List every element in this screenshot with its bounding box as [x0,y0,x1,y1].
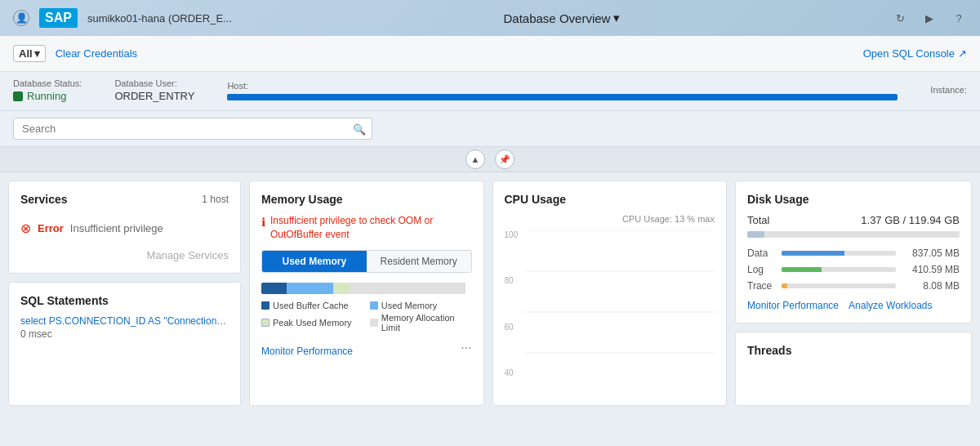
connection-label: sumikko01-hana (ORDER_E... [87,12,232,25]
open-sql-console-link[interactable]: Open SQL Console ↗ [863,47,967,60]
pin-button[interactable]: 📌 [495,149,514,169]
error-label: Error [38,222,64,234]
disk-total-row: Total 1.37 GB / 119.94 GB [747,214,960,226]
disk-log-bar [782,267,896,272]
cpu-usage-label: CPU Usage: 13 % max [505,214,715,224]
disk-total-value: 1.37 GB / 119.94 GB [861,214,960,226]
mid-column: Memory Usage ℹ Insufficient privilege to… [249,181,727,406]
cpu-y-40: 40 [505,368,519,377]
disk-total-label: Total [747,214,769,226]
db-status-item: Database Status: Running [13,78,82,102]
host-label: Host: [227,81,898,91]
memory-footer: Monitor Performance ··· [261,339,472,357]
threads-header: Threads [747,344,960,357]
warning-icon: ℹ [261,215,265,231]
db-status-label: Database Status: [13,78,82,88]
memory-title: Memory Usage [261,193,343,206]
cpu-svg [525,230,715,394]
disk-analyze-link[interactable]: Analyze Workloads [849,300,933,311]
disk-log-row: Log 410.59 MB [747,264,960,275]
disk-data-bar [782,251,896,256]
db-status-value: Running [13,90,82,102]
memory-tabs: Used Memory Resident Memory [261,250,472,273]
used-segment [287,283,333,294]
instance-label: Instance: [930,85,967,95]
help-icon[interactable]: ? [951,10,967,26]
search-icon: 🔍 [353,123,366,135]
memory-card: Memory Usage ℹ Insufficient privilege to… [249,181,484,406]
disk-log-value: 410.59 MB [901,264,960,275]
disk-header: Disk Usage [747,193,960,206]
services-header: Services 1 host [20,193,229,206]
legend-alloc-limit: Memory Allocation Limit [370,313,472,332]
sap-logo: SAP [39,8,78,28]
right-column: Disk Usage Total 1.37 GB / 119.94 GB Dat… [735,181,972,406]
db-user-item: Database User: ORDER_ENTRY [114,78,194,102]
header-actions: ↻ ▶ ? [892,10,967,26]
status-dot [13,91,23,101]
error-icon: ⊗ [20,221,31,236]
legend-peak-memory: Peak Used Memory [261,313,363,332]
clear-credentials-link[interactable]: Clear Credentials [56,47,137,60]
disk-data-label: Data [747,248,777,259]
tab-resident-memory[interactable]: Resident Memory [367,251,471,272]
main-content: Services 1 host ⊗ Error Insufficient pri… [0,172,980,406]
cpu-chart: 100 80 60 40 [505,230,715,394]
host-item: Host: [227,81,898,100]
mid-top: Memory Usage ℹ Insufficient privilege to… [249,181,727,406]
disk-card: Disk Usage Total 1.37 GB / 119.94 GB Dat… [735,181,972,323]
disk-trace-bar [782,283,896,288]
disk-monitor-link[interactable]: Monitor Performance [747,300,839,311]
legend-used-memory: Used Memory [370,301,472,310]
legend-dot-used [370,301,378,310]
collapse-bar: ▲ 📌 [0,147,980,172]
search-wrap: 🔍 [13,118,372,140]
disk-trace-row: Trace 8.08 MB [747,280,960,292]
all-button[interactable]: All ▾ [13,45,46,62]
disk-actions: Monitor Performance Analyze Workloads [747,300,960,311]
service-error-row: ⊗ Error Insufficient privilege [20,214,229,243]
user-icon[interactable]: 👤 [13,10,29,26]
disk-data-value: 837.05 MB [901,248,960,259]
cpu-y-axis: 100 80 60 40 [505,230,519,377]
memory-more-icon[interactable]: ··· [461,341,471,355]
play-icon[interactable]: ▶ [921,10,938,26]
memory-warning: ℹ Insufficient privilege to check OOM or… [261,214,472,242]
disk-log-fill [782,267,822,272]
toolbar: All ▾ Clear Credentials Open SQL Console… [0,36,980,72]
disk-title: Disk Usage [747,193,808,206]
app-header: 👤 SAP sumikko01-hana (ORDER_E... Databas… [0,0,980,36]
disk-total-bar [747,231,960,238]
disk-trace-value: 8.08 MB [901,280,960,292]
disk-total-bar-fill [747,231,764,238]
disk-data-fill [782,251,844,256]
cpu-card: CPU Usage CPU Usage: 13 % max 100 80 60 … [492,181,728,406]
services-card: Services 1 host ⊗ Error Insufficient pri… [8,181,241,274]
memory-legend: Used Buffer Cache Used Memory Peak Used … [261,301,472,332]
memory-chart [261,283,472,294]
buffer-segment [261,283,287,294]
left-column: Services 1 host ⊗ Error Insufficient pri… [8,181,241,406]
cpu-y-100: 100 [505,230,519,239]
sql-header: SQL Statements [20,294,229,307]
search-input[interactable] [13,118,372,140]
refresh-icon[interactable]: ↻ [892,10,908,26]
memory-monitor-link[interactable]: Monitor Performance [261,346,353,357]
db-user-value: ORDER_ENTRY [114,90,194,102]
sql-title: SQL Statements [20,294,109,307]
db-user-label: Database User: [114,78,194,88]
legend-dot-buffer [261,301,270,310]
collapse-button[interactable]: ▲ [466,149,485,169]
disk-trace-fill [782,283,787,288]
legend-dot-peak [261,319,270,327]
host-bar [227,94,898,100]
disk-trace-label: Trace [747,280,777,292]
cpu-y-60: 60 [505,323,519,332]
page-title: Database Overview ▾ [242,11,882,25]
manage-services-link: Manage Services [20,249,229,261]
status-bar: Database Status: Running Database User: … [0,72,980,111]
peak-segment [333,283,350,294]
disk-data-row: Data 837.05 MB [747,248,960,259]
cpu-y-80: 80 [505,276,519,285]
tab-used-memory[interactable]: Used Memory [262,251,367,272]
